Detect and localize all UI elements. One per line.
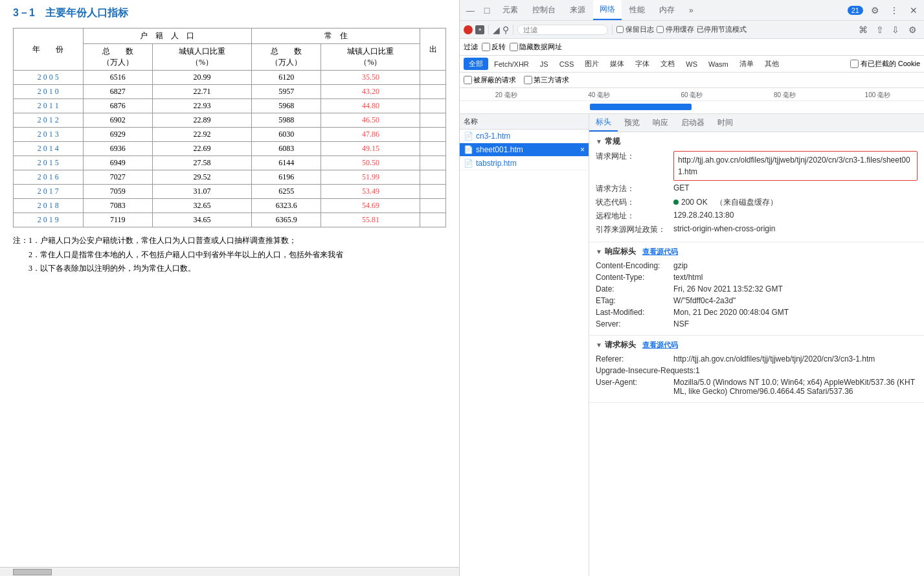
out-cell bbox=[420, 170, 446, 185]
wifi-icon[interactable]: ⌘ bbox=[855, 22, 871, 38]
content-encoding-row: Content-Encoding: gzip bbox=[596, 261, 918, 270]
type-doc[interactable]: 文档 bbox=[655, 58, 680, 70]
hj-pct-cell: 32.65 bbox=[153, 199, 252, 213]
stop-button[interactable]: ⚬ bbox=[475, 25, 484, 34]
status-code-row: 状态代码： 200 OK （来自磁盘缓存） bbox=[596, 197, 918, 208]
general-section-header[interactable]: ▼ 常规 bbox=[596, 136, 918, 147]
out-cell bbox=[420, 128, 446, 142]
year-cell: 2 0 1 5 bbox=[14, 156, 84, 170]
table-row: 2 0 1 9711934.656365.955.81 bbox=[14, 213, 446, 227]
close-icon[interactable]: ✕ bbox=[906, 3, 921, 18]
time-tab[interactable]: 时间 bbox=[711, 115, 739, 131]
cz-total-cell: 5957 bbox=[251, 85, 321, 99]
request-headers-section-header[interactable]: ▼ 请求标头 查看源代码 bbox=[596, 340, 918, 351]
download-icon[interactable]: ⇩ bbox=[889, 23, 902, 36]
separator-3 bbox=[612, 25, 613, 35]
file-icon-sheet001: 📄 bbox=[464, 145, 473, 154]
blocked-requests-label[interactable]: 被屏蔽的请求 bbox=[464, 75, 516, 85]
more-icon[interactable]: ⋮ bbox=[886, 3, 902, 18]
third-party-checkbox[interactable] bbox=[524, 76, 532, 84]
cz-total-header: 总 数（万人） bbox=[251, 44, 321, 71]
preserve-log-checkbox[interactable] bbox=[616, 26, 624, 33]
tab-more[interactable]: » bbox=[682, 0, 700, 20]
type-ws[interactable]: WS bbox=[681, 59, 703, 69]
referrer-policy-key: 引荐来源网址政策： bbox=[596, 224, 673, 235]
file-item-tabstrip[interactable]: 📄 tabstrip.htm bbox=[460, 157, 589, 170]
cz-total-cell: 6255 bbox=[251, 185, 321, 199]
close-file-icon[interactable]: × bbox=[580, 145, 585, 154]
user-agent-value: Mozilla/5.0 (Windows NT 10.0; Win64; x64… bbox=[673, 378, 918, 396]
cz-pct-cell: 43.20 bbox=[321, 85, 420, 99]
scrollbar[interactable] bbox=[0, 567, 459, 576]
view-source-response-link[interactable]: 查看源代码 bbox=[642, 247, 678, 257]
tab-elements[interactable]: 元素 bbox=[496, 0, 524, 20]
hide-data-urls-checkbox[interactable] bbox=[510, 43, 518, 51]
response-tab[interactable]: 响应 bbox=[646, 115, 675, 131]
preserve-log-label[interactable]: 保留日志 bbox=[616, 25, 654, 34]
hide-data-urls-label[interactable]: 隐藏数据网址 bbox=[510, 42, 562, 52]
type-js[interactable]: JS bbox=[535, 59, 554, 69]
status-dot bbox=[673, 200, 679, 205]
invert-label[interactable]: 反转 bbox=[482, 42, 506, 52]
cursor-icon[interactable]: ⸻ bbox=[462, 3, 478, 18]
tab-performance[interactable]: 性能 bbox=[623, 0, 651, 20]
hj-total-cell: 6876 bbox=[83, 99, 153, 113]
third-party-label[interactable]: 第三方请求 bbox=[524, 75, 569, 85]
headers-tab[interactable]: 标头 bbox=[589, 114, 618, 132]
out-cell bbox=[420, 85, 446, 99]
type-img[interactable]: 图片 bbox=[580, 58, 604, 70]
file-item-sheet001[interactable]: 📄 sheet001.htm × bbox=[460, 143, 589, 157]
timeline-ruler: 20 毫秒 40 毫秒 60 毫秒 80 毫秒 100 毫秒 bbox=[460, 88, 924, 101]
request-url-value: http://tjj.ah.gov.cn/oldfiles/tjj/tjjweb… bbox=[673, 151, 918, 181]
preview-tab[interactable]: 预览 bbox=[618, 115, 646, 131]
filter-input[interactable] bbox=[517, 25, 608, 35]
blocked-requests-checkbox[interactable] bbox=[464, 76, 472, 84]
type-css[interactable]: CSS bbox=[554, 59, 580, 69]
response-headers-section-header[interactable]: ▼ 响应标头 查看源代码 bbox=[596, 246, 918, 257]
year-cell: 2 0 1 6 bbox=[14, 170, 84, 185]
inspect-icon[interactable]: □ bbox=[479, 3, 495, 18]
hj-total-cell: 6949 bbox=[83, 156, 153, 170]
tab-sources[interactable]: 来源 bbox=[563, 0, 592, 20]
main-content: 名称 📄 cn3-1.htm 📄 sheet001.htm × 📄 tabstr… bbox=[460, 114, 924, 576]
year-header: 年 份 bbox=[14, 29, 84, 71]
type-all[interactable]: 全部 bbox=[464, 58, 488, 70]
settings-icon[interactable]: ⚙ bbox=[867, 3, 883, 18]
user-agent-row: User-Agent: Mozilla/5.0 (Windows NT 10.0… bbox=[596, 378, 918, 396]
hj-pct-cell: 20.99 bbox=[153, 71, 252, 85]
disable-cache-checkbox[interactable] bbox=[657, 26, 664, 33]
record-button[interactable] bbox=[464, 25, 473, 34]
filter-icon[interactable]: ◢ bbox=[493, 25, 500, 35]
tab-memory[interactable]: 内存 bbox=[653, 0, 681, 20]
settings2-icon[interactable]: ⚙ bbox=[905, 22, 920, 38]
tab-console[interactable]: 控制台 bbox=[526, 0, 562, 20]
table-row: 2 0 1 6702729.52619651.99 bbox=[14, 170, 446, 185]
type-other[interactable]: 其他 bbox=[760, 58, 784, 70]
cz-pct-cell: 51.99 bbox=[321, 170, 420, 185]
type-media[interactable]: 媒体 bbox=[605, 58, 629, 70]
tab-network[interactable]: 网络 bbox=[593, 0, 622, 20]
content-type-key: Content-Type: bbox=[596, 273, 673, 282]
hj-pct-cell: 31.07 bbox=[153, 185, 252, 199]
invert-checkbox[interactable] bbox=[482, 43, 490, 51]
out-cell bbox=[420, 199, 446, 213]
type-fetch-xhr[interactable]: Fetch/XHR bbox=[489, 59, 534, 69]
hj-total-cell: 7119 bbox=[83, 213, 153, 227]
table-row: 2 0 1 4693622.69608349.15 bbox=[14, 142, 446, 156]
disable-cache-label[interactable]: 停用缓存 bbox=[657, 25, 694, 34]
initiator-tab[interactable]: 启动器 bbox=[675, 115, 711, 131]
view-source-request-link[interactable]: 查看源代码 bbox=[642, 340, 678, 350]
upload-icon[interactable]: ⇧ bbox=[873, 23, 886, 36]
date-row: Date: Fri, 26 Nov 2021 13:52:32 GMT bbox=[596, 284, 918, 294]
user-agent-key: User-Agent: bbox=[596, 378, 673, 387]
search-icon[interactable]: ⚲ bbox=[502, 25, 509, 35]
hj-pct-cell: 29.52 bbox=[153, 170, 252, 185]
type-manifest[interactable]: 清单 bbox=[734, 58, 759, 70]
file-item-cn3[interactable]: 📄 cn3-1.htm bbox=[460, 130, 589, 143]
request-headers-label: 请求标头 bbox=[605, 340, 636, 351]
cookie-checkbox[interactable] bbox=[850, 60, 859, 68]
hj-pct-cell: 27.58 bbox=[153, 156, 252, 170]
scrollbar-thumb[interactable] bbox=[13, 569, 52, 575]
type-font[interactable]: 字体 bbox=[630, 58, 655, 70]
type-wasm[interactable]: Wasm bbox=[703, 59, 734, 69]
